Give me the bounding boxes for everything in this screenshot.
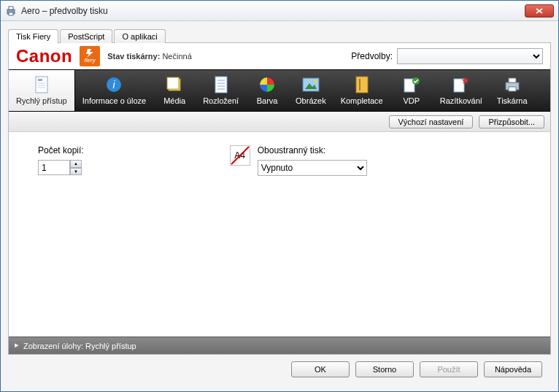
ribbon-finishing[interactable]: Kompletace: [334, 70, 390, 111]
layout-icon: [212, 76, 230, 93]
vdp-icon: [403, 76, 420, 93]
finishing-icon: [353, 76, 371, 93]
cancel-button[interactable]: Storno: [355, 361, 414, 377]
svg-rect-4: [38, 79, 42, 81]
svg-rect-2: [9, 12, 13, 15]
expand-arrow-icon: ▸: [15, 340, 19, 350]
defaults-button[interactable]: Výchozí nastavení: [389, 115, 474, 128]
close-button[interactable]: [525, 4, 554, 18]
dialog-button-bar: OK Storno Použít Nápověda: [8, 355, 551, 384]
tab-postscript[interactable]: PostScript: [60, 29, 112, 43]
svg-rect-21: [356, 77, 368, 93]
apply-button[interactable]: Použít: [420, 361, 478, 377]
fiery-text: fiery: [85, 58, 96, 64]
svg-rect-25: [454, 79, 464, 92]
copies-field: Počet kopií: ▲ ▼: [38, 145, 84, 176]
ribbon-label: VDP: [403, 96, 420, 105]
copies-down-button[interactable]: ▼: [70, 168, 82, 176]
presets-group: Předvolby:: [351, 48, 543, 64]
copies-label: Počet kopií:: [38, 145, 84, 155]
info-icon: i: [105, 76, 123, 93]
svg-rect-11: [167, 77, 179, 89]
ok-button[interactable]: OK: [291, 361, 350, 377]
ribbon-printer[interactable]: Tiskárna: [490, 70, 535, 111]
duplex-field: A4 Oboustranný tisk: Vypnuto: [230, 145, 367, 176]
status-label: Stav tiskárny:: [107, 52, 160, 61]
window-title: Aero – předvolby tisku: [21, 6, 525, 16]
settings-subbar: Výchozí nastavení Přizpůsobit...: [9, 112, 550, 132]
svg-rect-18: [303, 78, 319, 91]
ribbon-label: Média: [163, 96, 185, 105]
svg-rect-22: [359, 79, 361, 91]
ribbon-vdp[interactable]: VDP: [390, 70, 433, 111]
client-area: Tisk Fiery PostScript O aplikaci Canon f…: [1, 21, 558, 391]
media-icon: [166, 76, 183, 93]
tabstrip: Tisk Fiery PostScript O aplikaci: [8, 27, 551, 43]
color-wheel-icon: [258, 76, 276, 93]
printer-status: Stav tiskárny: Nečinná: [107, 52, 192, 61]
ribbon-label: Rozložení: [203, 96, 239, 105]
ribbon-label: Barva: [257, 96, 278, 105]
ribbon-label: Rychlý přístup: [16, 96, 67, 105]
ribbon-label: Razítkování: [440, 96, 482, 105]
copies-input[interactable]: [38, 160, 70, 175]
copies-up-button[interactable]: ▲: [70, 160, 82, 168]
ribbon-stamping[interactable]: Razítkování: [433, 70, 490, 111]
ribbon-job-info[interactable]: i Informace o úloze: [75, 70, 153, 111]
canon-logo: Canon: [16, 46, 72, 66]
ribbon-media[interactable]: Média: [153, 70, 196, 111]
duplex-label: Oboustranný tisk:: [258, 145, 367, 155]
ribbon-quick-access[interactable]: Rychlý přístup: [9, 70, 75, 111]
document-icon: [33, 76, 50, 93]
duplex-select[interactable]: Vypnuto: [258, 160, 367, 176]
printer-icon: [5, 5, 17, 17]
ribbon-label: Kompletace: [341, 96, 383, 105]
ribbon-layout[interactable]: Rozložení: [196, 70, 246, 111]
help-button[interactable]: Nápověda: [484, 361, 542, 377]
printer-device-icon: [504, 76, 521, 93]
svg-rect-12: [215, 77, 227, 93]
stamp-icon: [452, 76, 470, 93]
status-value: Nečinná: [162, 52, 191, 61]
customize-button[interactable]: Přizpůsobit...: [479, 115, 544, 128]
tab-o-aplikaci[interactable]: O aplikaci: [114, 29, 165, 43]
presets-label: Předvolby:: [351, 51, 393, 61]
quick-access-content: Počet kopií: ▲ ▼ A4: [9, 132, 550, 337]
ribbon-label: Informace o úloze: [82, 96, 146, 105]
image-icon: [302, 76, 320, 93]
ribbon-color[interactable]: Barva: [246, 70, 288, 111]
svg-point-20: [314, 80, 317, 82]
tab-tisk-fiery[interactable]: Tisk Fiery: [8, 29, 58, 44]
ribbon-label: Tiskárna: [497, 96, 528, 105]
titlebar: Aero – předvolby tisku: [1, 1, 558, 21]
footer-text: Zobrazení úlohy: Rychlý přístup: [23, 342, 136, 350]
ribbon-label: Obrázek: [296, 96, 326, 105]
svg-rect-1: [9, 7, 13, 9]
duplex-off-icon: A4: [230, 145, 250, 166]
tab-panel: Canon fiery Stav tiskárny: Nečinná Předv…: [8, 42, 551, 355]
presets-select[interactable]: [397, 48, 543, 64]
svg-rect-28: [509, 78, 516, 82]
svg-rect-29: [509, 87, 516, 91]
print-preferences-window: Aero – předvolby tisku Tisk Fiery PostSc…: [0, 0, 559, 392]
ribbon-toolbar: Rychlý přístup i Informace o úloze Média…: [9, 69, 550, 112]
fiery-logo: fiery: [80, 46, 100, 66]
brand-bar: Canon fiery Stav tiskárny: Nečinná Předv…: [9, 43, 550, 69]
ribbon-image[interactable]: Obrázek: [288, 70, 334, 111]
job-view-footer[interactable]: ▸ Zobrazení úlohy: Rychlý přístup: [9, 337, 550, 354]
